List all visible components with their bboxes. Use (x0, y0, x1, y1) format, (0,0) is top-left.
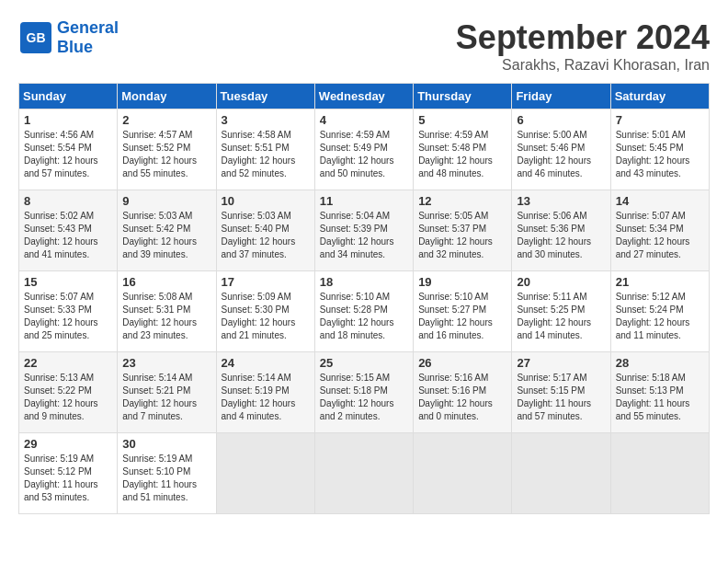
day-number: 7 (616, 113, 704, 127)
empty-cell (314, 433, 413, 514)
day-info: Sunrise: 4:58 AM Sunset: 5:51 PM Dayligh… (222, 129, 310, 180)
title-block: September 2024 Sarakhs, Razavi Khorasan,… (456, 18, 710, 74)
day-info: Sunrise: 5:07 AM Sunset: 5:34 PM Dayligh… (616, 210, 704, 261)
day-info: Sunrise: 5:19 AM Sunset: 5:12 PM Dayligh… (24, 453, 112, 504)
calendar-day-cell: 1 Sunrise: 4:56 AM Sunset: 5:54 PM Dayli… (19, 109, 118, 190)
calendar-day-cell: 19 Sunrise: 5:10 AM Sunset: 5:27 PM Dayl… (414, 271, 512, 352)
calendar-day-cell: 3 Sunrise: 4:58 AM Sunset: 5:51 PM Dayli… (216, 109, 314, 190)
day-info: Sunrise: 5:10 AM Sunset: 5:27 PM Dayligh… (418, 291, 506, 342)
day-info: Sunrise: 5:19 AM Sunset: 5:10 PM Dayligh… (122, 453, 210, 504)
calendar-day-cell: 23 Sunrise: 5:14 AM Sunset: 5:21 PM Dayl… (118, 352, 216, 433)
day-number: 24 (222, 356, 310, 370)
col-header-monday: Monday (118, 84, 216, 109)
calendar-day-cell: 27 Sunrise: 5:17 AM Sunset: 5:15 PM Dayl… (512, 352, 610, 433)
calendar-day-cell: 25 Sunrise: 5:15 AM Sunset: 5:18 PM Dayl… (314, 352, 413, 433)
calendar-week-row: 8 Sunrise: 5:02 AM Sunset: 5:43 PM Dayli… (19, 190, 710, 271)
calendar-day-cell: 26 Sunrise: 5:16 AM Sunset: 5:16 PM Dayl… (414, 352, 512, 433)
calendar-day-cell: 8 Sunrise: 5:02 AM Sunset: 5:43 PM Dayli… (19, 190, 118, 271)
day-number: 5 (418, 113, 506, 127)
page-header: GB General Blue September 2024 Sarakhs, … (18, 18, 710, 74)
logo-blue: Blue (57, 38, 119, 57)
calendar-day-cell: 12 Sunrise: 5:05 AM Sunset: 5:37 PM Dayl… (414, 190, 512, 271)
day-number: 17 (222, 275, 310, 289)
day-info: Sunrise: 5:07 AM Sunset: 5:33 PM Dayligh… (24, 291, 112, 342)
empty-cell (414, 433, 512, 514)
day-info: Sunrise: 5:18 AM Sunset: 5:13 PM Dayligh… (616, 372, 704, 423)
day-number: 8 (24, 194, 112, 208)
col-header-thursday: Thursday (414, 84, 512, 109)
day-number: 1 (24, 113, 112, 127)
day-info: Sunrise: 5:00 AM Sunset: 5:46 PM Dayligh… (517, 129, 605, 180)
day-number: 20 (517, 275, 605, 289)
day-info: Sunrise: 5:06 AM Sunset: 5:36 PM Dayligh… (517, 210, 605, 261)
calendar-day-cell: 21 Sunrise: 5:12 AM Sunset: 5:24 PM Dayl… (610, 271, 709, 352)
calendar-header-row: SundayMondayTuesdayWednesdayThursdayFrid… (19, 84, 710, 109)
day-number: 22 (24, 356, 112, 370)
calendar-day-cell: 11 Sunrise: 5:04 AM Sunset: 5:39 PM Dayl… (314, 190, 413, 271)
day-number: 23 (122, 356, 210, 370)
svg-text:GB: GB (27, 30, 46, 45)
day-info: Sunrise: 4:57 AM Sunset: 5:52 PM Dayligh… (122, 129, 210, 180)
day-info: Sunrise: 5:15 AM Sunset: 5:18 PM Dayligh… (320, 372, 408, 423)
day-number: 30 (122, 437, 210, 451)
calendar-table: SundayMondayTuesdayWednesdayThursdayFrid… (18, 83, 710, 514)
day-number: 10 (222, 194, 310, 208)
day-number: 6 (517, 113, 605, 127)
calendar-day-cell: 2 Sunrise: 4:57 AM Sunset: 5:52 PM Dayli… (118, 109, 216, 190)
month-title: September 2024 (456, 18, 710, 57)
day-info: Sunrise: 5:03 AM Sunset: 5:42 PM Dayligh… (122, 210, 210, 261)
calendar-day-cell: 24 Sunrise: 5:14 AM Sunset: 5:19 PM Dayl… (216, 352, 314, 433)
col-header-sunday: Sunday (19, 84, 118, 109)
calendar-day-cell: 30 Sunrise: 5:19 AM Sunset: 5:10 PM Dayl… (118, 433, 216, 514)
day-info: Sunrise: 5:03 AM Sunset: 5:40 PM Dayligh… (222, 210, 310, 261)
col-header-tuesday: Tuesday (216, 84, 314, 109)
calendar-day-cell: 18 Sunrise: 5:10 AM Sunset: 5:28 PM Dayl… (314, 271, 413, 352)
calendar-week-row: 1 Sunrise: 4:56 AM Sunset: 5:54 PM Dayli… (19, 109, 710, 190)
day-info: Sunrise: 5:14 AM Sunset: 5:19 PM Dayligh… (222, 372, 310, 423)
col-header-saturday: Saturday (610, 84, 709, 109)
calendar-day-cell: 5 Sunrise: 4:59 AM Sunset: 5:48 PM Dayli… (414, 109, 512, 190)
day-info: Sunrise: 4:59 AM Sunset: 5:48 PM Dayligh… (418, 129, 506, 180)
calendar-day-cell: 22 Sunrise: 5:13 AM Sunset: 5:22 PM Dayl… (19, 352, 118, 433)
day-info: Sunrise: 5:14 AM Sunset: 5:21 PM Dayligh… (122, 372, 210, 423)
location-subtitle: Sarakhs, Razavi Khorasan, Iran (456, 57, 710, 74)
logo-general: General (57, 18, 119, 38)
calendar-day-cell: 17 Sunrise: 5:09 AM Sunset: 5:30 PM Dayl… (216, 271, 314, 352)
day-info: Sunrise: 5:13 AM Sunset: 5:22 PM Dayligh… (24, 372, 112, 423)
logo-icon: GB (18, 20, 53, 55)
calendar-day-cell: 16 Sunrise: 5:08 AM Sunset: 5:31 PM Dayl… (118, 271, 216, 352)
empty-cell (512, 433, 610, 514)
calendar-day-cell: 4 Sunrise: 4:59 AM Sunset: 5:49 PM Dayli… (314, 109, 413, 190)
day-number: 12 (418, 194, 506, 208)
day-number: 18 (320, 275, 408, 289)
day-number: 16 (122, 275, 210, 289)
day-info: Sunrise: 5:11 AM Sunset: 5:25 PM Dayligh… (517, 291, 605, 342)
calendar-day-cell: 13 Sunrise: 5:06 AM Sunset: 5:36 PM Dayl… (512, 190, 610, 271)
calendar-day-cell: 6 Sunrise: 5:00 AM Sunset: 5:46 PM Dayli… (512, 109, 610, 190)
calendar-day-cell: 29 Sunrise: 5:19 AM Sunset: 5:12 PM Dayl… (19, 433, 118, 514)
day-number: 13 (517, 194, 605, 208)
day-info: Sunrise: 5:16 AM Sunset: 5:16 PM Dayligh… (418, 372, 506, 423)
calendar-day-cell: 7 Sunrise: 5:01 AM Sunset: 5:45 PM Dayli… (610, 109, 709, 190)
day-number: 15 (24, 275, 112, 289)
day-number: 19 (418, 275, 506, 289)
day-number: 14 (616, 194, 704, 208)
day-info: Sunrise: 5:17 AM Sunset: 5:15 PM Dayligh… (517, 372, 605, 423)
calendar-day-cell: 28 Sunrise: 5:18 AM Sunset: 5:13 PM Dayl… (610, 352, 709, 433)
calendar-day-cell: 10 Sunrise: 5:03 AM Sunset: 5:40 PM Dayl… (216, 190, 314, 271)
calendar-day-cell: 9 Sunrise: 5:03 AM Sunset: 5:42 PM Dayli… (118, 190, 216, 271)
logo: GB General Blue (18, 18, 119, 57)
empty-cell (216, 433, 314, 514)
day-info: Sunrise: 5:05 AM Sunset: 5:37 PM Dayligh… (418, 210, 506, 261)
day-number: 9 (122, 194, 210, 208)
day-info: Sunrise: 5:08 AM Sunset: 5:31 PM Dayligh… (122, 291, 210, 342)
day-number: 2 (122, 113, 210, 127)
calendar-week-row: 29 Sunrise: 5:19 AM Sunset: 5:12 PM Dayl… (19, 433, 710, 514)
day-info: Sunrise: 5:10 AM Sunset: 5:28 PM Dayligh… (320, 291, 408, 342)
day-number: 21 (616, 275, 704, 289)
day-info: Sunrise: 4:56 AM Sunset: 5:54 PM Dayligh… (24, 129, 112, 180)
day-info: Sunrise: 5:09 AM Sunset: 5:30 PM Dayligh… (222, 291, 310, 342)
day-number: 3 (222, 113, 310, 127)
day-number: 26 (418, 356, 506, 370)
empty-cell (610, 433, 709, 514)
